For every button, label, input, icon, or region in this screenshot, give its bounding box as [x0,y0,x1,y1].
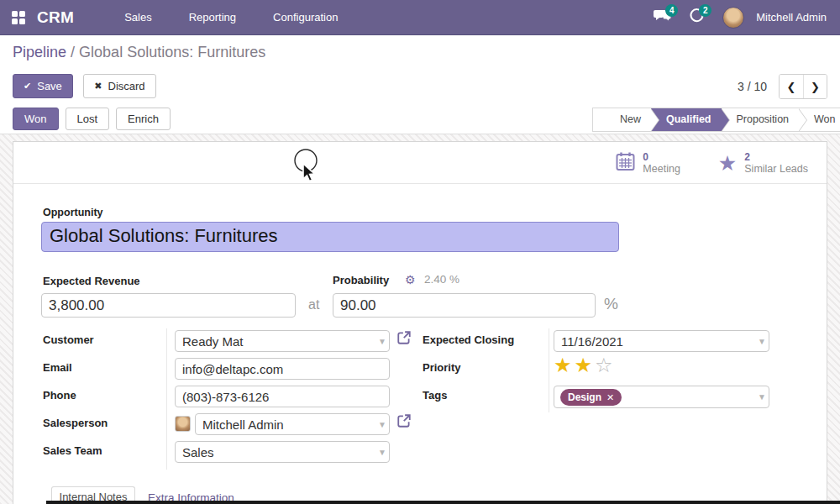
stage-proposition[interactable]: Proposition [722,108,800,131]
stage-new[interactable]: New [605,108,651,131]
similar-leads-count: 2 [744,151,808,163]
star-icon: ★ [718,154,737,172]
email-label: Email [43,361,72,374]
tags-label: Tags [423,389,447,402]
form-sheet: 0 Meeting ★ 2 Similar Leads [13,141,827,504]
chevron-right-icon: ❯ [811,81,820,93]
phone-input[interactable] [175,386,390,407]
status-bar: Won Lost Enrich New Qualified Propositio… [0,108,840,134]
expected-revenue-input[interactable] [41,293,296,318]
meeting-stat-button[interactable]: 0 Meeting [616,151,680,175]
messages-button[interactable]: 4 [648,3,677,32]
stage-qualified[interactable]: Qualified [651,108,721,131]
sales-team-label: Sales Team [43,444,102,457]
salesperson-label: Salesperson [43,417,108,429]
save-button[interactable]: ✔ Save [13,74,73,98]
left-column-separator [166,328,167,470]
at-label: at [308,297,319,312]
phone-label: Phone [43,389,76,402]
percent-suffix: % [604,295,618,313]
won-button[interactable]: Won [13,108,59,130]
star-filled-icon[interactable]: ★ [554,354,575,376]
breadcrumb: Pipeline / Global Solutions: Furnitures [13,44,265,61]
probability-input[interactable] [333,293,596,318]
star-filled-icon[interactable]: ★ [575,354,596,376]
enrich-button[interactable]: Enrich [116,108,171,130]
breadcrumb-current: Global Solutions: Furnitures [79,44,265,60]
priority-stars[interactable]: ★★☆ [554,354,616,377]
meeting-count: 0 [643,151,680,163]
expected-revenue-label: Expected Revenue [43,275,140,287]
close-icon: ✖ [94,81,102,92]
priority-label: Priority [423,361,461,374]
star-empty-icon[interactable]: ☆ [595,354,616,376]
customer-label: Customer [43,333,94,346]
breadcrumb-pipeline-link[interactable]: Pipeline [13,44,66,60]
apps-menu-icon[interactable] [12,11,25,24]
salesperson-external-link-icon[interactable] [396,413,412,432]
activities-badge: 2 [699,4,711,17]
pager-next-button[interactable]: ❯ [803,75,827,98]
stage-pipeline: New Qualified Proposition Won [592,108,840,132]
lost-button[interactable]: Lost [66,108,110,130]
top-navbar: CRM Sales Reporting Configuration 4 [0,0,840,35]
customer-input[interactable] [175,330,390,352]
discard-button[interactable]: ✖ Discard [83,74,155,98]
activities-button[interactable]: 2 [682,3,711,32]
tag-remove-icon[interactable]: ✕ [606,392,614,403]
email-input[interactable] [175,358,390,380]
crm-app-window: CRM Sales Reporting Configuration 4 [0,0,840,504]
bottom-edge-bar [46,501,840,504]
probability-auto-value: 2.40 % [424,273,459,286]
menu-configuration[interactable]: Configuration [255,0,356,35]
chevron-left-icon: ❮ [787,81,796,93]
check-icon: ✔ [24,81,31,92]
sales-team-input[interactable] [175,441,390,463]
similar-leads-stat-button[interactable]: ★ 2 Similar Leads [718,151,808,175]
probability-label: Probability [333,274,389,286]
salesperson-input[interactable] [195,413,390,435]
menu-sales[interactable]: Sales [106,0,171,35]
control-panel: ✔ Save ✖ Discard 3 / 10 ❮ ❯ [13,74,827,99]
app-title[interactable]: CRM [37,8,74,27]
right-column-separator [549,328,549,412]
breadcrumb-separator: / [71,44,75,60]
form-background: 0 Meeting ★ 2 Similar Leads [0,134,840,504]
customer-external-link-icon[interactable] [396,330,412,349]
salesperson-avatar [175,416,191,432]
calendar-icon [616,151,635,175]
pager-previous-button[interactable]: ❮ [780,75,803,98]
expected-closing-label: Expected Closing [423,333,514,346]
gear-icon[interactable]: ⚙ [405,273,416,286]
menu-reporting[interactable]: Reporting [171,0,255,35]
user-name[interactable]: Mitchell Admin [756,11,827,24]
user-avatar[interactable] [722,7,744,29]
opportunity-label: Opportunity [43,207,103,218]
messages-badge: 4 [665,4,678,17]
pager-count: 3 / 10 [738,80,767,93]
stat-button-row: 0 Meeting ★ 2 Similar Leads [13,142,827,184]
tag-design[interactable]: Design ✕ [560,389,622,406]
opportunity-title-input[interactable]: Global Solutions: Furnitures [41,222,619,252]
expected-closing-input[interactable] [554,330,769,352]
